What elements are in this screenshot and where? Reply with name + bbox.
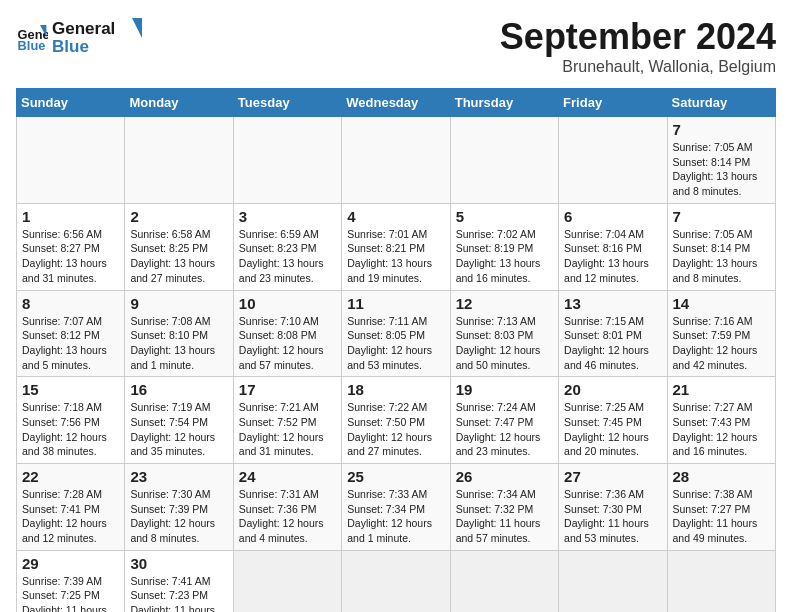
day-cell-11: 11 Sunrise: 7:11 AMSunset: 8:05 PMDaylig… [342, 290, 450, 377]
day-cell-23: 23 Sunrise: 7:30 AMSunset: 7:39 PMDaylig… [125, 464, 233, 551]
location-subtitle: Brunehault, Wallonia, Belgium [500, 58, 776, 76]
day-cell-17: 17 Sunrise: 7:21 AMSunset: 7:52 PMDaylig… [233, 377, 341, 464]
day-cell-26: 26 Sunrise: 7:34 AMSunset: 7:32 PMDaylig… [450, 464, 558, 551]
day-cell-29: 29 Sunrise: 7:39 AMSunset: 7:25 PMDaylig… [17, 550, 125, 612]
logo-svg: General Blue [52, 16, 142, 58]
day-cell-19: 19 Sunrise: 7:24 AMSunset: 7:47 PMDaylig… [450, 377, 558, 464]
day-cell-13: 13 Sunrise: 7:15 AMSunset: 8:01 PMDaylig… [559, 290, 667, 377]
empty-cell [667, 550, 775, 612]
col-wednesday: Wednesday [342, 89, 450, 117]
week-row: 1 Sunrise: 6:56 AMSunset: 8:27 PMDayligh… [17, 203, 776, 290]
week-row: 8 Sunrise: 7:07 AMSunset: 8:12 PMDayligh… [17, 290, 776, 377]
day-cell-14: 14 Sunrise: 7:16 AMSunset: 7:59 PMDaylig… [667, 290, 775, 377]
day-cell-9: 9 Sunrise: 7:08 AMSunset: 8:10 PMDayligh… [125, 290, 233, 377]
week-row: 15 Sunrise: 7:18 AMSunset: 7:56 PMDaylig… [17, 377, 776, 464]
page-header: General Blue General Blue September 2024… [16, 16, 776, 76]
day-cell-5: 5 Sunrise: 7:02 AMSunset: 8:19 PMDayligh… [450, 203, 558, 290]
day-cell-30: 30 Sunrise: 7:41 AMSunset: 7:23 PMDaylig… [125, 550, 233, 612]
day-cell-7: 7 Sunrise: 7:05 AMSunset: 8:14 PMDayligh… [667, 117, 775, 204]
day-cell-6: 6 Sunrise: 7:04 AMSunset: 8:16 PMDayligh… [559, 203, 667, 290]
empty-cell [125, 117, 233, 204]
col-tuesday: Tuesday [233, 89, 341, 117]
logo: General Blue General Blue [16, 16, 142, 58]
empty-cell [342, 117, 450, 204]
day-cell-12: 12 Sunrise: 7:13 AMSunset: 8:03 PMDaylig… [450, 290, 558, 377]
month-title: September 2024 [500, 16, 776, 58]
day-cell-27: 27 Sunrise: 7:36 AMSunset: 7:30 PMDaylig… [559, 464, 667, 551]
svg-marker-5 [132, 18, 142, 38]
logo-icon: General Blue [16, 21, 48, 53]
col-saturday: Saturday [667, 89, 775, 117]
title-block: September 2024 Brunehault, Wallonia, Bel… [500, 16, 776, 76]
empty-cell [559, 550, 667, 612]
svg-text:Blue: Blue [18, 38, 46, 53]
day-cell-28: 28 Sunrise: 7:38 AMSunset: 7:27 PMDaylig… [667, 464, 775, 551]
svg-text:Blue: Blue [52, 37, 89, 56]
col-thursday: Thursday [450, 89, 558, 117]
day-cell-4: 4 Sunrise: 7:01 AMSunset: 8:21 PMDayligh… [342, 203, 450, 290]
day-cell-25: 25 Sunrise: 7:33 AMSunset: 7:34 PMDaylig… [342, 464, 450, 551]
day-cell-16: 16 Sunrise: 7:19 AMSunset: 7:54 PMDaylig… [125, 377, 233, 464]
day-cell-10: 10 Sunrise: 7:10 AMSunset: 8:08 PMDaylig… [233, 290, 341, 377]
empty-cell [233, 117, 341, 204]
day-cell-24: 24 Sunrise: 7:31 AMSunset: 7:36 PMDaylig… [233, 464, 341, 551]
week-row: 7 Sunrise: 7:05 AMSunset: 8:14 PMDayligh… [17, 117, 776, 204]
day-cell-1: 1 Sunrise: 6:56 AMSunset: 8:27 PMDayligh… [17, 203, 125, 290]
calendar-table: Sunday Monday Tuesday Wednesday Thursday… [16, 88, 776, 612]
day-cell-22: 22 Sunrise: 7:28 AMSunset: 7:41 PMDaylig… [17, 464, 125, 551]
day-cell-3: 3 Sunrise: 6:59 AMSunset: 8:23 PMDayligh… [233, 203, 341, 290]
day-cell-7b: 7 Sunrise: 7:05 AMSunset: 8:14 PMDayligh… [667, 203, 775, 290]
day-cell-2: 2 Sunrise: 6:58 AMSunset: 8:25 PMDayligh… [125, 203, 233, 290]
empty-cell [450, 117, 558, 204]
empty-cell [233, 550, 341, 612]
empty-cell [559, 117, 667, 204]
col-sunday: Sunday [17, 89, 125, 117]
day-cell-15: 15 Sunrise: 7:18 AMSunset: 7:56 PMDaylig… [17, 377, 125, 464]
empty-cell [17, 117, 125, 204]
day-cell-8: 8 Sunrise: 7:07 AMSunset: 8:12 PMDayligh… [17, 290, 125, 377]
empty-cell [342, 550, 450, 612]
empty-cell [450, 550, 558, 612]
svg-text:General: General [52, 19, 115, 38]
week-row: 29 Sunrise: 7:39 AMSunset: 7:25 PMDaylig… [17, 550, 776, 612]
col-monday: Monday [125, 89, 233, 117]
day-cell-18: 18 Sunrise: 7:22 AMSunset: 7:50 PMDaylig… [342, 377, 450, 464]
col-friday: Friday [559, 89, 667, 117]
week-row: 22 Sunrise: 7:28 AMSunset: 7:41 PMDaylig… [17, 464, 776, 551]
day-cell-20: 20 Sunrise: 7:25 AMSunset: 7:45 PMDaylig… [559, 377, 667, 464]
day-cell-21: 21 Sunrise: 7:27 AMSunset: 7:43 PMDaylig… [667, 377, 775, 464]
